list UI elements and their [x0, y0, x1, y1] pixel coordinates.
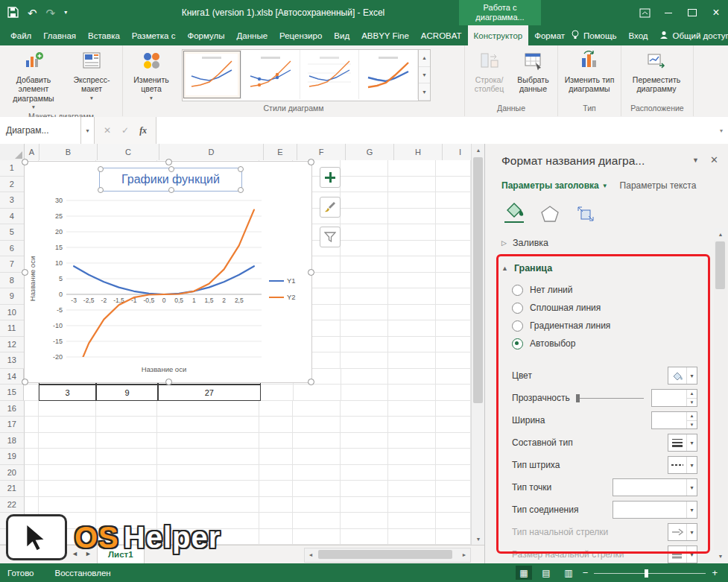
cell-E18[interactable] — [259, 433, 292, 449]
vertical-scroll-thumb[interactable] — [473, 157, 483, 403]
cell-H14[interactable] — [388, 369, 436, 385]
radio-option[interactable]: Нет линий — [512, 281, 728, 299]
cell-A21[interactable] — [25, 481, 39, 497]
cell-G8[interactable] — [341, 273, 388, 289]
cell-H8[interactable] — [388, 273, 436, 289]
cell-E22[interactable] — [259, 497, 292, 513]
gallery-up-icon[interactable]: ▲ — [419, 50, 430, 67]
cell-H17[interactable] — [388, 417, 436, 433]
radio-button[interactable] — [512, 338, 523, 349]
cell-G6[interactable] — [341, 241, 388, 257]
slider-handle[interactable] — [576, 394, 580, 402]
cell-H22[interactable] — [388, 497, 436, 513]
cell-H24[interactable] — [388, 529, 436, 545]
cell-C15[interactable]: 9 — [96, 385, 157, 401]
cell-E21[interactable] — [259, 481, 292, 497]
scroll-down-icon[interactable]: ▼ — [472, 533, 485, 545]
cell-I23[interactable] — [436, 513, 471, 529]
cell-I12[interactable] — [436, 337, 471, 353]
cell-D15[interactable]: 27 — [158, 385, 261, 401]
cell-I7[interactable] — [436, 256, 471, 273]
cell-H21[interactable] — [388, 481, 436, 497]
cell-I19[interactable] — [436, 449, 471, 465]
fill-line-icon[interactable] — [504, 201, 524, 223]
cell-A22[interactable] — [25, 497, 39, 513]
cell-F17[interactable] — [293, 417, 341, 433]
column-header-D[interactable]: D — [159, 144, 264, 160]
cell-A17[interactable] — [25, 417, 39, 433]
close-button[interactable]: × — [704, 0, 728, 25]
cancel-icon[interactable]: ✕ — [104, 125, 111, 136]
ribbon-tab-ABBYY Fine[interactable]: ABBYY Fine — [355, 25, 415, 45]
cell-I1[interactable] — [436, 160, 471, 177]
cell-G16[interactable] — [341, 401, 388, 417]
column-header-G[interactable]: G — [346, 144, 394, 160]
status-recovered[interactable]: Восстановлен — [55, 569, 111, 578]
spin-down-icon[interactable]: ▼ — [687, 399, 697, 407]
column-header-E[interactable]: E — [264, 144, 297, 160]
cell-I8[interactable] — [436, 273, 471, 289]
chart-styles-button[interactable] — [320, 197, 341, 218]
cell-I17[interactable] — [436, 417, 471, 433]
cell-H1[interactable] — [388, 160, 436, 177]
cell-E20[interactable] — [259, 465, 292, 481]
pane-scroll-up-icon[interactable]: ▲ — [714, 228, 727, 240]
cell-B18[interactable] — [39, 433, 96, 449]
spin-down-icon[interactable]: ▼ — [687, 421, 697, 429]
scroll-left-icon[interactable]: ◄ — [305, 548, 317, 560]
ribbon-tab-Формат[interactable]: Формат — [528, 25, 571, 45]
cell-H15[interactable] — [388, 385, 436, 401]
row-header-15[interactable]: 15 — [0, 385, 24, 401]
cell-H20[interactable] — [388, 465, 436, 481]
radio-button[interactable] — [512, 285, 523, 296]
radio-option[interactable]: Сплошная линия — [512, 299, 728, 317]
select-data-button[interactable]: Выбрать данные — [511, 47, 555, 94]
cell-G1[interactable] — [341, 160, 388, 177]
cell-G18[interactable] — [341, 433, 388, 449]
begin-arrow-type-dropdown[interactable]: ▾ — [668, 523, 697, 541]
formula-bar-expand-icon[interactable]: ▾ — [715, 117, 728, 144]
change-chart-type-button[interactable]: Изменить тип диаграммы — [560, 47, 618, 94]
cell-H10[interactable] — [388, 305, 436, 321]
cell-I6[interactable] — [436, 241, 471, 257]
column-header-A[interactable]: A — [25, 144, 39, 160]
radio-option[interactable]: Автовыбор — [512, 335, 728, 352]
scroll-up-icon[interactable]: ▲ — [472, 144, 485, 156]
row-header-13[interactable]: 13 — [0, 352, 25, 369]
zoom-slider[interactable] — [594, 569, 706, 578]
begin-arrow-size-dropdown[interactable]: ▾ — [668, 545, 697, 563]
cell-I14[interactable] — [436, 369, 471, 385]
row-header-18[interactable]: 18 — [0, 433, 25, 449]
cell-H12[interactable] — [388, 337, 436, 353]
sign-in-button[interactable]: Вход — [628, 31, 648, 40]
section-fill[interactable]: ▷ Заливка — [501, 238, 728, 248]
cell-G7[interactable] — [341, 256, 388, 273]
cell-F18[interactable] — [293, 433, 341, 449]
pane-scrollbar[interactable]: ▲ ▼ — [714, 228, 727, 562]
column-header-F[interactable]: F — [297, 144, 346, 160]
cell-F20[interactable] — [293, 465, 341, 481]
chart-object[interactable]: 302520151050-5-10-15-20-3-2,5-2-1,5-1-0,… — [24, 161, 312, 383]
ribbon-tab-Файл[interactable]: Файл — [4, 25, 37, 45]
page-layout-view-icon[interactable]: ▤ — [538, 566, 554, 580]
dash-type-dropdown[interactable]: ▾ — [668, 456, 697, 474]
restore-button[interactable] — [680, 0, 704, 25]
cell-G17[interactable] — [341, 417, 388, 433]
cell-I21[interactable] — [436, 481, 471, 497]
row-header-17[interactable]: 17 — [0, 417, 25, 433]
ribbon-tab-Данные[interactable]: Данные — [231, 25, 274, 45]
cell-I15[interactable] — [436, 385, 471, 401]
tab-title-options[interactable]: Параметры заголовка▼ — [501, 180, 608, 191]
cell-I16[interactable] — [436, 401, 471, 417]
cell-A15[interactable] — [24, 385, 39, 401]
cell-F21[interactable] — [293, 481, 341, 497]
share-button[interactable]: Общий доступ — [659, 31, 728, 41]
cell-H4[interactable] — [388, 209, 436, 225]
cell-C22[interactable] — [96, 497, 157, 513]
cell-H19[interactable] — [388, 449, 436, 465]
chart-filter-button[interactable] — [320, 227, 341, 247]
wide-dropdown[interactable]: ▾ — [613, 478, 697, 496]
switch-row-column-button[interactable]: Строка/ столбец — [467, 47, 511, 94]
zoom-out-icon[interactable]: − — [583, 567, 589, 578]
row-header-11[interactable]: 11 — [0, 320, 25, 337]
